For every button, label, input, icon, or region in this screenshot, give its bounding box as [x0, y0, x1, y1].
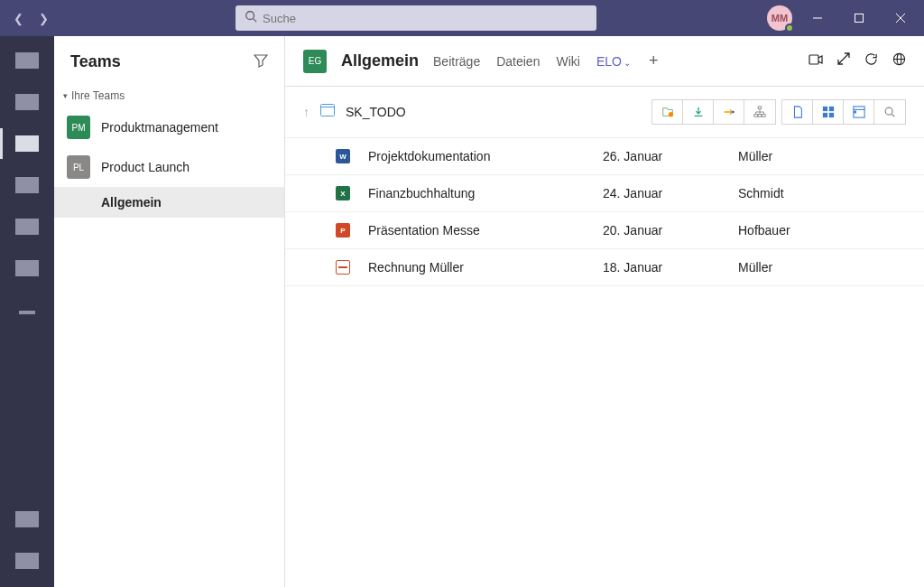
close-button[interactable] — [884, 5, 917, 31]
file-row[interactable]: PPräsentation Messe20. JanuarHofbauer — [285, 212, 924, 249]
tool-view-doc[interactable] — [782, 100, 813, 124]
tab-dateien[interactable]: Dateien — [496, 54, 540, 69]
file-name: Präsentation Messe — [368, 223, 603, 238]
section-your-teams[interactable]: ▾ Ihre Teams — [54, 84, 284, 107]
folder-name: SK_TODO — [346, 105, 406, 119]
svg-point-0 — [246, 12, 254, 20]
avatar-initials: MM — [772, 13, 788, 23]
channel-tabs: BeiträgeDateienWikiELO⌄ — [433, 54, 631, 69]
rail-activity[interactable] — [15, 52, 39, 69]
globe-icon[interactable] — [892, 52, 906, 70]
teams-sidebar: Teams ▾ Ihre Teams PMProduktmanagementPL… — [54, 36, 285, 587]
titlebar: ❮ ❯ MM — [0, 0, 924, 36]
tool-new-folder[interactable] — [652, 100, 683, 124]
svg-rect-6 — [809, 55, 818, 64]
filter-icon[interactable] — [254, 53, 268, 71]
maximize-button[interactable] — [843, 5, 875, 31]
excel-icon: X — [336, 186, 350, 200]
pdf-icon — [336, 260, 350, 275]
svg-rect-3 — [855, 14, 864, 23]
app-rail — [0, 36, 54, 587]
file-date: 26. Januar — [603, 149, 738, 163]
svg-rect-24 — [854, 111, 855, 113]
svg-point-13 — [732, 111, 735, 114]
presence-indicator — [785, 23, 794, 33]
rail-calendar[interactable] — [15, 177, 39, 193]
minimize-button[interactable] — [801, 5, 834, 31]
tab-wiki[interactable]: Wiki — [556, 54, 579, 69]
tool-view-list[interactable] — [844, 100, 874, 124]
rail-help[interactable] — [15, 553, 39, 569]
svg-point-25 — [885, 107, 892, 115]
channel-title: Allgemein — [341, 51, 419, 70]
svg-rect-17 — [762, 115, 766, 117]
search-icon — [245, 10, 257, 26]
file-row[interactable]: WProjektdokumentation26. JanuarMüller — [285, 138, 924, 175]
svg-line-26 — [892, 114, 894, 116]
file-user: Schmidt — [738, 186, 784, 200]
svg-rect-15 — [754, 115, 758, 117]
svg-line-1 — [254, 19, 257, 23]
nav-arrows: ❮ ❯ — [7, 7, 54, 29]
channel-header: EG Allgemein BeiträgeDateienWikiELO⌄ + — [285, 36, 924, 87]
file-name: Rechnung Müller — [368, 260, 603, 275]
tool-view-tiles[interactable] — [813, 100, 844, 124]
channel-item[interactable]: Allgemein — [54, 187, 284, 218]
meet-icon[interactable] — [808, 52, 823, 70]
section-label: Ihre Teams — [71, 89, 125, 102]
svg-rect-16 — [758, 115, 762, 117]
svg-rect-10 — [321, 105, 335, 116]
ppt-icon: P — [336, 223, 350, 238]
search-input[interactable] — [263, 12, 587, 25]
elo-toolbar: ↑ SK_TODO — [285, 87, 924, 138]
rail-apps[interactable] — [15, 511, 39, 527]
add-tab-button[interactable]: + — [649, 51, 659, 70]
rail-more[interactable] — [19, 311, 35, 314]
svg-point-12 — [668, 112, 672, 116]
word-icon: W — [336, 149, 350, 163]
file-date: 20. Januar — [603, 223, 738, 238]
file-user: Müller — [738, 149, 772, 163]
sidebar-title: Teams — [70, 52, 121, 71]
svg-rect-21 — [828, 113, 833, 117]
file-name: Projektdokumentation — [368, 149, 603, 163]
file-name: Finanzbuchhaltung — [368, 186, 603, 200]
file-row[interactable]: Rechnung Müller18. JanuarMüller — [285, 249, 924, 286]
file-date: 18. Januar — [603, 260, 738, 275]
expand-icon[interactable] — [837, 52, 850, 70]
team-avatar: PL — [67, 155, 90, 179]
team-item[interactable]: PMProduktmanagement — [54, 107, 284, 147]
back-button[interactable]: ❮ — [7, 7, 29, 29]
search-box[interactable] — [236, 5, 596, 31]
tool-sitemap[interactable] — [744, 100, 775, 124]
file-date: 24. Januar — [603, 186, 738, 200]
file-list: WProjektdokumentation26. JanuarMüllerXFi… — [285, 138, 924, 587]
rail-chat[interactable] — [15, 94, 39, 110]
forward-button[interactable]: ❯ — [32, 7, 54, 29]
svg-rect-20 — [822, 113, 827, 117]
tool-search[interactable] — [874, 100, 905, 124]
team-avatar: PM — [67, 116, 90, 139]
user-avatar[interactable]: MM — [767, 5, 792, 31]
file-row[interactable]: XFinanzbuchhaltung24. JanuarSchmidt — [285, 175, 924, 212]
tab-beiträge[interactable]: Beiträge — [433, 54, 480, 69]
team-item[interactable]: PLProduct Launch — [54, 147, 284, 187]
refresh-icon[interactable] — [864, 52, 878, 70]
svg-rect-18 — [822, 107, 827, 111]
file-user: Müller — [738, 260, 772, 275]
folder-icon — [320, 104, 335, 120]
tool-download[interactable] — [683, 100, 714, 124]
content-area: EG Allgemein BeiträgeDateienWikiELO⌄ + ↑… — [285, 36, 924, 587]
rail-calls[interactable] — [15, 219, 39, 235]
channel-avatar: EG — [303, 50, 327, 73]
tab-elo[interactable]: ELO⌄ — [596, 54, 631, 69]
svg-rect-14 — [758, 107, 762, 109]
rail-teams[interactable] — [15, 135, 39, 152]
team-name: Produktmanagement — [101, 120, 218, 135]
rail-files[interactable] — [15, 260, 39, 276]
caret-icon: ▾ — [63, 91, 68, 100]
file-user: Hofbauer — [738, 223, 790, 238]
tool-goto[interactable] — [714, 100, 744, 124]
up-folder-icon[interactable]: ↑ — [303, 105, 310, 119]
team-name: Product Launch — [101, 160, 189, 174]
